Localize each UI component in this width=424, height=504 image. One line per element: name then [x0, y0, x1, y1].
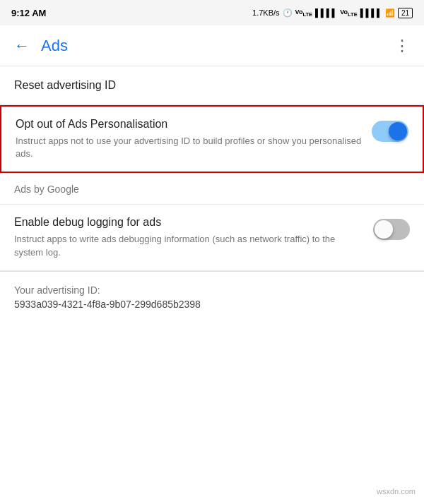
opt-out-text: Opt out of Ads Personalisation Instruct …	[16, 118, 363, 160]
debug-logging-item: Enable debug logging for ads Instruct ap…	[0, 205, 424, 270]
network-speed: 1.7KB/s	[252, 8, 280, 17]
signal-icon-2: ▌▌▌▌	[360, 8, 382, 17]
opt-out-description: Instruct apps not to use your advertisin…	[16, 135, 363, 160]
status-bar: 9:12 AM 1.7KB/s 🕐 VoLTE ▌▌▌▌ VoLTE ▌▌▌▌ …	[0, 0, 424, 25]
battery-icon: 21	[398, 8, 413, 18]
opt-out-toggle[interactable]	[372, 121, 408, 142]
advertising-id-section: Your advertising ID: 5933a039-4321-4f8a-…	[0, 272, 424, 323]
page-title: Ads	[41, 37, 389, 55]
advertising-id-value: 5933a039-4321-4f8a-9b07-299d685b2398	[14, 299, 410, 310]
ads-by-google-section: Ads by Google	[0, 173, 424, 205]
volte-icon: VoLTE	[295, 8, 312, 18]
debug-logging-title: Enable debug logging for ads	[14, 216, 365, 229]
reset-advertising-id-label: Reset advertising ID	[14, 79, 116, 91]
clock-icon: 🕐	[283, 8, 293, 18]
debug-logging-text: Enable debug logging for ads Instruct ap…	[14, 216, 365, 258]
opt-out-section: Opt out of Ads Personalisation Instruct …	[0, 105, 424, 173]
opt-out-title: Opt out of Ads Personalisation	[16, 118, 363, 131]
status-time: 9:12 AM	[11, 8, 46, 18]
signal-icon-1: ▌▌▌▌	[315, 8, 337, 17]
wifi-icon: 📶	[385, 8, 395, 18]
debug-logging-description: Instruct apps to write ads debugging inf…	[14, 233, 365, 258]
back-button[interactable]: ←	[8, 31, 35, 61]
status-icons: 1.7KB/s 🕐 VoLTE ▌▌▌▌ VoLTE ▌▌▌▌ 📶 21	[252, 8, 413, 18]
opt-out-toggle-container	[372, 121, 408, 142]
volte-icon-2: VoLTE	[340, 8, 357, 18]
app-bar: ← Ads ⋮	[0, 25, 424, 66]
reset-advertising-id-item[interactable]: Reset advertising ID	[0, 66, 424, 105]
advertising-id-label: Your advertising ID:	[14, 284, 410, 296]
more-options-button[interactable]: ⋮	[389, 31, 416, 61]
content: Reset advertising ID Opt out of Ads Pers…	[0, 66, 424, 323]
watermark: wsxdn.com	[377, 487, 416, 496]
debug-logging-toggle-container	[373, 219, 410, 240]
ads-by-google-label: Ads by Google	[14, 184, 79, 195]
debug-logging-toggle[interactable]	[373, 219, 410, 240]
